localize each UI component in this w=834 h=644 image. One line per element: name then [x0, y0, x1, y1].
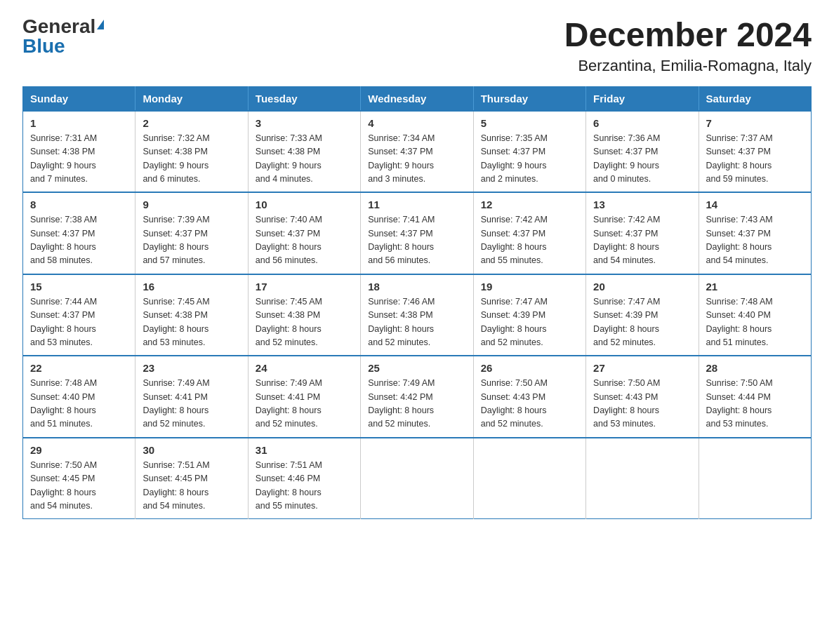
day-info: Sunrise: 7:51 AM Sunset: 4:45 PM Dayligh… — [143, 459, 240, 514]
calendar-week-row: 15Sunrise: 7:44 AM Sunset: 4:37 PM Dayli… — [23, 274, 812, 356]
day-number: 13 — [593, 199, 691, 210]
calendar-cell: 22Sunrise: 7:48 AM Sunset: 4:40 PM Dayli… — [23, 356, 135, 438]
day-info: Sunrise: 7:37 AM Sunset: 4:37 PM Dayligh… — [706, 132, 804, 187]
calendar-title: December 2024 — [564, 17, 812, 54]
calendar-cell: 1Sunrise: 7:31 AM Sunset: 4:38 PM Daylig… — [23, 111, 135, 193]
calendar-cell — [699, 438, 811, 519]
day-info: Sunrise: 7:40 AM Sunset: 4:37 PM Dayligh… — [256, 213, 353, 268]
day-header-friday: Friday — [586, 86, 699, 111]
calendar-cell: 30Sunrise: 7:51 AM Sunset: 4:45 PM Dayli… — [135, 438, 248, 519]
calendar-cell: 15Sunrise: 7:44 AM Sunset: 4:37 PM Dayli… — [23, 274, 135, 356]
day-number: 8 — [30, 199, 128, 210]
day-info: Sunrise: 7:50 AM Sunset: 4:43 PM Dayligh… — [481, 377, 578, 431]
day-info: Sunrise: 7:49 AM Sunset: 4:41 PM Dayligh… — [256, 377, 353, 431]
day-info: Sunrise: 7:42 AM Sunset: 4:37 PM Dayligh… — [481, 213, 578, 268]
day-number: 30 — [143, 444, 240, 456]
day-info: Sunrise: 7:50 AM Sunset: 4:45 PM Dayligh… — [30, 459, 128, 514]
title-block: December 2024 Berzantina, Emilia-Romagna… — [564, 17, 812, 75]
calendar-header: SundayMondayTuesdayWednesdayThursdayFrid… — [23, 86, 812, 111]
calendar-cell: 20Sunrise: 7:47 AM Sunset: 4:39 PM Dayli… — [586, 274, 699, 356]
day-info: Sunrise: 7:49 AM Sunset: 4:41 PM Dayligh… — [143, 377, 240, 431]
day-number: 12 — [481, 199, 578, 210]
day-header-saturday: Saturday — [699, 86, 811, 111]
day-number: 9 — [143, 199, 240, 210]
calendar-cell: 10Sunrise: 7:40 AM Sunset: 4:37 PM Dayli… — [248, 192, 360, 274]
day-header-sunday: Sunday — [23, 86, 135, 111]
day-number: 29 — [30, 444, 128, 456]
day-number: 19 — [481, 281, 578, 293]
day-number: 18 — [368, 281, 465, 293]
day-info: Sunrise: 7:44 AM Sunset: 4:37 PM Dayligh… — [30, 295, 128, 350]
calendar-cell: 11Sunrise: 7:41 AM Sunset: 4:37 PM Dayli… — [361, 192, 473, 274]
calendar-cell: 14Sunrise: 7:43 AM Sunset: 4:37 PM Dayli… — [699, 192, 811, 274]
day-number: 7 — [706, 117, 804, 129]
day-number: 11 — [368, 199, 465, 210]
calendar-cell: 23Sunrise: 7:49 AM Sunset: 4:41 PM Dayli… — [135, 356, 248, 438]
calendar-week-row: 8Sunrise: 7:38 AM Sunset: 4:37 PM Daylig… — [23, 192, 812, 274]
calendar-cell: 29Sunrise: 7:50 AM Sunset: 4:45 PM Dayli… — [23, 438, 135, 519]
day-number: 16 — [143, 281, 240, 293]
day-number: 26 — [481, 362, 578, 374]
day-number: 15 — [30, 281, 128, 293]
day-number: 23 — [143, 362, 240, 374]
day-info: Sunrise: 7:47 AM Sunset: 4:39 PM Dayligh… — [481, 295, 578, 350]
calendar-week-row: 29Sunrise: 7:50 AM Sunset: 4:45 PM Dayli… — [23, 438, 812, 519]
day-number: 5 — [481, 117, 578, 129]
calendar-cell: 25Sunrise: 7:49 AM Sunset: 4:42 PM Dayli… — [361, 356, 473, 438]
page-header: General Blue December 2024 Berzantina, E… — [22, 17, 812, 75]
calendar-cell: 9Sunrise: 7:39 AM Sunset: 4:37 PM Daylig… — [135, 192, 248, 274]
day-number: 22 — [30, 362, 128, 374]
day-header-row: SundayMondayTuesdayWednesdayThursdayFrid… — [23, 86, 812, 111]
calendar-cell: 18Sunrise: 7:46 AM Sunset: 4:38 PM Dayli… — [361, 274, 473, 356]
calendar-cell: 24Sunrise: 7:49 AM Sunset: 4:41 PM Dayli… — [248, 356, 360, 438]
calendar-cell: 4Sunrise: 7:34 AM Sunset: 4:37 PM Daylig… — [361, 111, 473, 193]
calendar-cell: 16Sunrise: 7:45 AM Sunset: 4:38 PM Dayli… — [135, 274, 248, 356]
calendar-table: SundayMondayTuesdayWednesdayThursdayFrid… — [22, 86, 812, 520]
day-info: Sunrise: 7:50 AM Sunset: 4:43 PM Dayligh… — [593, 377, 691, 431]
day-header-tuesday: Tuesday — [248, 86, 360, 111]
day-info: Sunrise: 7:38 AM Sunset: 4:37 PM Dayligh… — [30, 213, 128, 268]
day-info: Sunrise: 7:36 AM Sunset: 4:37 PM Dayligh… — [593, 132, 691, 187]
day-info: Sunrise: 7:48 AM Sunset: 4:40 PM Dayligh… — [706, 295, 804, 350]
day-info: Sunrise: 7:50 AM Sunset: 4:44 PM Dayligh… — [706, 377, 804, 431]
calendar-cell: 31Sunrise: 7:51 AM Sunset: 4:46 PM Dayli… — [248, 438, 360, 519]
day-number: 28 — [706, 362, 804, 374]
calendar-cell: 8Sunrise: 7:38 AM Sunset: 4:37 PM Daylig… — [23, 192, 135, 274]
day-info: Sunrise: 7:49 AM Sunset: 4:42 PM Dayligh… — [368, 377, 465, 431]
calendar-cell: 26Sunrise: 7:50 AM Sunset: 4:43 PM Dayli… — [473, 356, 585, 438]
day-header-wednesday: Wednesday — [361, 86, 473, 111]
day-info: Sunrise: 7:48 AM Sunset: 4:40 PM Dayligh… — [30, 377, 128, 431]
calendar-cell: 3Sunrise: 7:33 AM Sunset: 4:38 PM Daylig… — [248, 111, 360, 193]
day-number: 20 — [593, 281, 691, 293]
day-info: Sunrise: 7:35 AM Sunset: 4:37 PM Dayligh… — [481, 132, 578, 187]
logo-general-text: General — [22, 17, 95, 36]
day-number: 10 — [256, 199, 353, 210]
day-number: 25 — [368, 362, 465, 374]
calendar-cell: 5Sunrise: 7:35 AM Sunset: 4:37 PM Daylig… — [473, 111, 585, 193]
day-info: Sunrise: 7:43 AM Sunset: 4:37 PM Dayligh… — [706, 213, 804, 268]
logo-blue-text: Blue — [22, 36, 65, 56]
day-number: 3 — [256, 117, 353, 129]
calendar-cell: 12Sunrise: 7:42 AM Sunset: 4:37 PM Dayli… — [473, 192, 585, 274]
day-number: 31 — [256, 444, 353, 456]
day-info: Sunrise: 7:34 AM Sunset: 4:37 PM Dayligh… — [368, 132, 465, 187]
calendar-cell: 2Sunrise: 7:32 AM Sunset: 4:38 PM Daylig… — [135, 111, 248, 193]
calendar-cell: 13Sunrise: 7:42 AM Sunset: 4:37 PM Dayli… — [586, 192, 699, 274]
calendar-cell: 27Sunrise: 7:50 AM Sunset: 4:43 PM Dayli… — [586, 356, 699, 438]
day-info: Sunrise: 7:31 AM Sunset: 4:38 PM Dayligh… — [30, 132, 128, 187]
day-number: 14 — [706, 199, 804, 210]
calendar-subtitle: Berzantina, Emilia-Romagna, Italy — [564, 57, 812, 75]
day-info: Sunrise: 7:45 AM Sunset: 4:38 PM Dayligh… — [143, 295, 240, 350]
calendar-cell: 19Sunrise: 7:47 AM Sunset: 4:39 PM Dayli… — [473, 274, 585, 356]
calendar-cell: 17Sunrise: 7:45 AM Sunset: 4:38 PM Dayli… — [248, 274, 360, 356]
calendar-week-row: 1Sunrise: 7:31 AM Sunset: 4:38 PM Daylig… — [23, 111, 812, 193]
day-info: Sunrise: 7:46 AM Sunset: 4:38 PM Dayligh… — [368, 295, 465, 350]
day-info: Sunrise: 7:33 AM Sunset: 4:38 PM Dayligh… — [256, 132, 353, 187]
day-number: 27 — [593, 362, 691, 374]
day-info: Sunrise: 7:32 AM Sunset: 4:38 PM Dayligh… — [143, 132, 240, 187]
logo-triangle-icon — [97, 20, 104, 29]
calendar-cell — [361, 438, 473, 519]
calendar-cell — [586, 438, 699, 519]
day-info: Sunrise: 7:41 AM Sunset: 4:37 PM Dayligh… — [368, 213, 465, 268]
day-header-monday: Monday — [135, 86, 248, 111]
